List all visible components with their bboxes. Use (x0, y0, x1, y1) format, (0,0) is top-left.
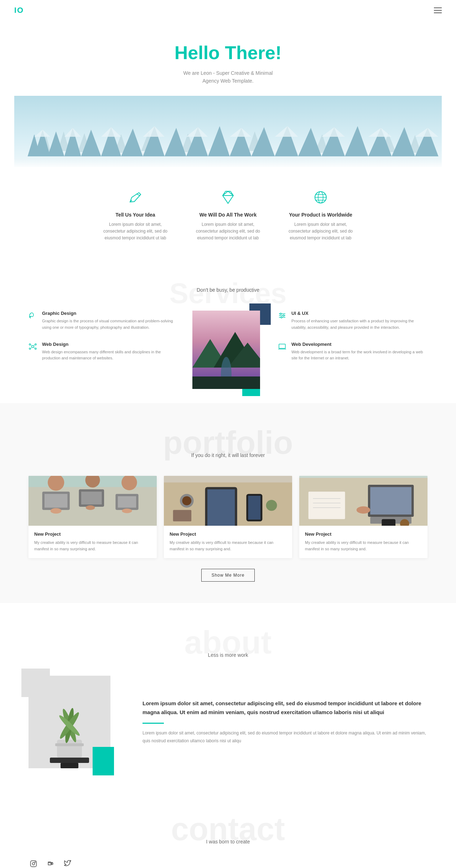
svg-point-60 (29, 348, 31, 349)
feature-item-3: Your Product is Worldwide Lorem ipsum do… (285, 188, 356, 242)
service-title-graphic: Graphic Design (42, 311, 178, 316)
pencil-icon (126, 188, 144, 206)
navbar: IO (0, 0, 456, 21)
services-right: UI & UX Process of enhancing user satisf… (278, 311, 428, 361)
about-subtitle: Less is more work (28, 634, 428, 658)
about-grid: Lorem ipsum dolor sit amet, consectetur … (28, 676, 428, 768)
svg-rect-102 (173, 510, 191, 521)
svg-point-89 (86, 505, 95, 510)
svg-point-110 (357, 506, 370, 514)
svg-point-76 (283, 315, 284, 316)
portfolio-subtitle: If you do it right, it will last forever (28, 435, 428, 458)
service-desc-uiux: Process of enhancing user satisfaction w… (291, 318, 428, 331)
svg-point-61 (35, 348, 36, 349)
portfolio-title-block: portfolio If you do it right, it will la… (28, 425, 428, 462)
svg-point-57 (32, 345, 34, 348)
portfolio-card-body-2: New Project My creative ability is very … (164, 526, 292, 558)
services-title-block: Services Don't be busy, be productive (28, 277, 428, 296)
service-desc-graphic: Graphic design is the process of visual … (42, 318, 178, 331)
portfolio-card-3: New Project My creative ability is very … (299, 476, 428, 558)
svg-rect-45 (14, 158, 442, 167)
portfolio-card-body-3: New Project My creative ability is very … (299, 526, 428, 558)
svg-point-128 (35, 862, 36, 862)
about-image-container (28, 676, 121, 768)
social-links (28, 859, 428, 868)
service-desc-webdev: Web development is a broad term for the … (291, 349, 428, 362)
behance-icon[interactable] (46, 859, 56, 868)
services-subtitle: Don't be busy, be productive (28, 287, 428, 293)
svg-line-63 (34, 344, 35, 346)
svg-rect-118 (57, 740, 82, 758)
svg-rect-87 (118, 496, 136, 508)
hamburger-menu[interactable] (434, 7, 442, 13)
about-content: Lorem ipsum dolor sit amet, consectetur … (142, 699, 428, 745)
portfolio-card-desc-3: My creative ability is very difficult to… (305, 540, 422, 552)
portfolio-image-2 (164, 476, 292, 526)
services-section: Services Don't be busy, be productive Gr… (0, 263, 456, 403)
sliders-icon (278, 311, 286, 320)
svg-point-58 (29, 344, 31, 345)
laptop-icon (278, 342, 286, 351)
feature-title-1: Tell Us Your Idea (100, 212, 171, 218)
svg-rect-101 (248, 496, 261, 520)
service-ui-ux: UI & UX Process of enhancing user satisf… (278, 311, 428, 331)
svg-point-59 (35, 344, 36, 345)
about-title-block: about Less is more work (28, 624, 428, 661)
feature-item-2: We Will Do All The Work Lorem ipsum dolo… (192, 188, 264, 242)
service-web-design: Web Design Web design encompasses many d… (28, 342, 178, 362)
contact-subtitle: I was born to create (28, 821, 428, 844)
services-image-container (192, 311, 264, 389)
svg-rect-125 (61, 763, 78, 768)
svg-rect-126 (31, 861, 37, 867)
about-lead-text: Lorem ipsum dolor sit amet, consectetur … (142, 699, 428, 717)
portfolio-card-desc-1: My creative ability is very difficult to… (34, 540, 151, 552)
about-section: about Less is more work (0, 603, 456, 790)
portfolio-image-1 (28, 476, 157, 526)
svg-rect-71 (192, 376, 260, 389)
svg-point-75 (280, 313, 281, 315)
show-more-button[interactable]: Show Me More (201, 569, 255, 582)
instagram-icon[interactable] (28, 859, 38, 868)
about-image-teal-1 (93, 747, 114, 775)
brush-icon (28, 311, 37, 320)
service-graphic-design: Graphic Design Graphic design is the pro… (28, 311, 178, 331)
feature-desc-2: Lorem ipsum dolor sit amet, consectetur … (192, 221, 264, 242)
portfolio-grid: New Project My creative ability is very … (28, 476, 428, 558)
twitter-icon[interactable] (63, 859, 73, 868)
hero-title: Hello There! (14, 42, 442, 63)
svg-line-65 (34, 347, 35, 349)
services-left: Graphic Design Graphic design is the pro… (28, 311, 178, 361)
portfolio-section: portfolio If you do it right, it will la… (0, 403, 456, 603)
svg-point-90 (122, 509, 132, 513)
diamond-icon (219, 188, 237, 206)
feature-desc-1: Lorem ipsum dolor sit amet, consectetur … (100, 221, 171, 242)
svg-rect-124 (50, 758, 89, 763)
svg-point-127 (32, 862, 35, 865)
service-title-uiux: UI & UX (291, 311, 428, 316)
svg-point-103 (266, 500, 277, 511)
svg-rect-109 (382, 519, 395, 526)
svg-rect-112 (309, 492, 345, 519)
globe-icon (312, 188, 330, 206)
hero-image (14, 96, 442, 167)
portfolio-card-2: New Project My creative ability is very … (164, 476, 292, 558)
service-desc-web: Web design encompasses many different sk… (42, 349, 178, 362)
portfolio-card-desc-2: My creative ability is very difficult to… (170, 540, 286, 552)
svg-rect-107 (370, 487, 411, 515)
portfolio-card-title-1: New Project (34, 531, 151, 537)
service-title-web: Web Design (42, 342, 178, 347)
features-section: Tell Us Your Idea Lorem ipsum dolor sit … (0, 167, 456, 263)
about-body-text: Lorem ipsum dolor sit amet, consectetur … (142, 729, 428, 745)
svg-rect-119 (55, 743, 84, 746)
services-grid: Graphic Design Graphic design is the pro… (28, 311, 428, 389)
svg-point-88 (51, 508, 62, 514)
about-divider (142, 723, 164, 724)
logo[interactable]: IO (14, 6, 24, 15)
contact-section: contact I was born to create (0, 790, 456, 868)
feature-item-1: Tell Us Your Idea Lorem ipsum dolor sit … (100, 188, 171, 242)
service-title-webdev: Web Development (291, 342, 428, 347)
svg-line-64 (31, 347, 32, 349)
svg-point-97 (182, 496, 191, 505)
feature-desc-3: Lorem ipsum dolor sit amet, consectetur … (285, 221, 356, 242)
svg-rect-99 (207, 489, 235, 526)
